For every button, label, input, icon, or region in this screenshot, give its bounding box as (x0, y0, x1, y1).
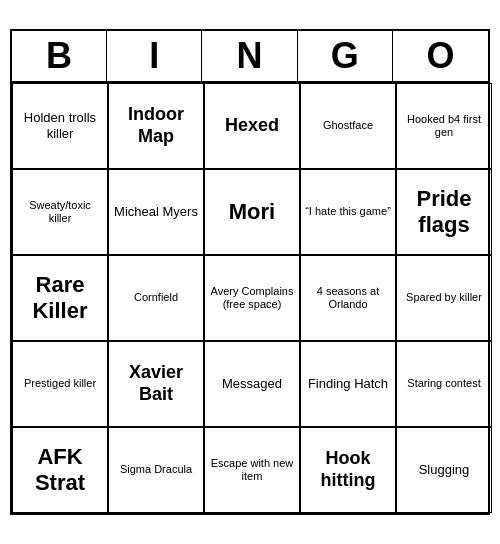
bingo-cell-23[interactable]: Hook hitting (300, 427, 396, 513)
bingo-letter: I (107, 31, 202, 81)
bingo-cell-6[interactable]: Micheal Myers (108, 169, 204, 255)
bingo-cell-15[interactable]: Prestiged killer (12, 341, 108, 427)
bingo-cell-2[interactable]: Hexed (204, 83, 300, 169)
bingo-cell-13[interactable]: 4 seasons at Orlando (300, 255, 396, 341)
bingo-cell-4[interactable]: Hooked b4 first gen (396, 83, 492, 169)
bingo-cell-14[interactable]: Spared by killer (396, 255, 492, 341)
bingo-grid: Holden trolls killerIndoor MapHexedGhost… (12, 83, 488, 513)
bingo-cell-5[interactable]: Sweaty/toxic killer (12, 169, 108, 255)
bingo-cell-16[interactable]: Xavier Bait (108, 341, 204, 427)
bingo-card: BINGO Holden trolls killerIndoor MapHexe… (10, 29, 490, 515)
bingo-cell-19[interactable]: Staring contest (396, 341, 492, 427)
bingo-cell-11[interactable]: Cornfield (108, 255, 204, 341)
bingo-cell-18[interactable]: Finding Hatch (300, 341, 396, 427)
bingo-cell-7[interactable]: Mori (204, 169, 300, 255)
bingo-letter: O (393, 31, 488, 81)
bingo-letter: N (202, 31, 297, 81)
bingo-cell-10[interactable]: Rare Killer (12, 255, 108, 341)
bingo-cell-20[interactable]: AFK Strat (12, 427, 108, 513)
bingo-cell-12[interactable]: Avery Complains (free space) (204, 255, 300, 341)
bingo-cell-21[interactable]: Sigma Dracula (108, 427, 204, 513)
bingo-cell-1[interactable]: Indoor Map (108, 83, 204, 169)
bingo-letter: B (12, 31, 107, 81)
bingo-cell-24[interactable]: Slugging (396, 427, 492, 513)
bingo-cell-8[interactable]: “I hate this game” (300, 169, 396, 255)
bingo-cell-3[interactable]: Ghostface (300, 83, 396, 169)
bingo-header: BINGO (12, 31, 488, 83)
bingo-cell-17[interactable]: Messaged (204, 341, 300, 427)
bingo-cell-22[interactable]: Escape with new item (204, 427, 300, 513)
bingo-cell-9[interactable]: Pride flags (396, 169, 492, 255)
bingo-cell-0[interactable]: Holden trolls killer (12, 83, 108, 169)
bingo-letter: G (298, 31, 393, 81)
